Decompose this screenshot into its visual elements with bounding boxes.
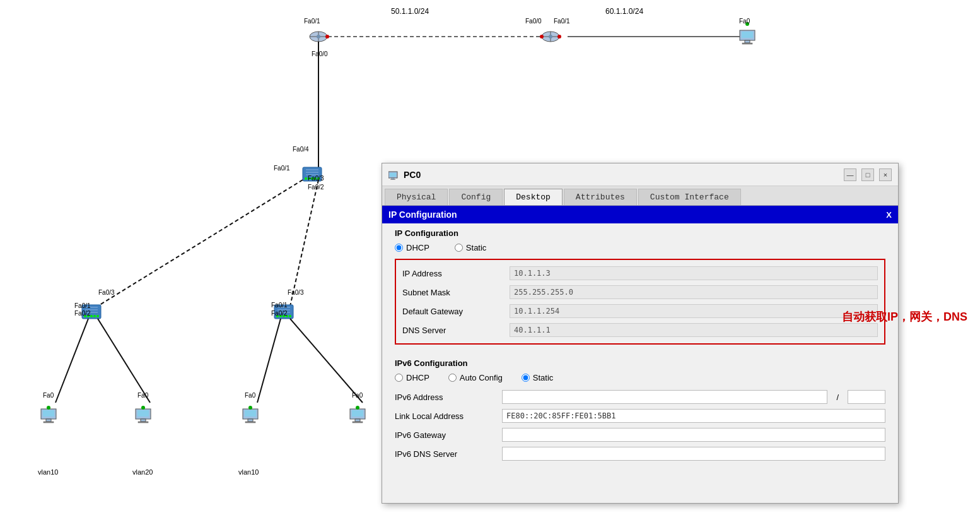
ipv6-mode-row: DHCP Auto Config Static [395,373,885,382]
svg-text:60.1.1.0/24: 60.1.1.0/24 [605,7,643,16]
svg-text:vlan20: vlan20 [132,468,153,476]
svg-point-32 [305,177,307,180]
svg-text:Fa0: Fa0 [245,392,256,399]
dns-server-input[interactable] [510,323,878,337]
ipv6-static-radio[interactable]: Static [522,373,554,382]
ipv4-mode-row: DHCP Static [395,243,885,252]
pc0-dialog-window: PC0 — □ × Physical Config Desktop Attrib… [382,163,899,504]
ipv6-autoconfig-radio-input[interactable] [448,374,457,382]
dialog-titlebar: PC0 — □ × [382,163,898,186]
ip-config-close-button[interactable]: X [886,210,892,220]
ipv6-gateway-row: IPv6 Gateway [395,425,885,444]
svg-text:Fa0/0: Fa0/0 [312,50,328,57]
svg-rect-80 [137,410,149,417]
default-gateway-row: Default Gateway [396,302,884,321]
svg-rect-17 [745,40,750,43]
tab-attributes[interactable]: Attributes [564,189,637,205]
svg-rect-92 [355,419,360,422]
svg-text:Fa0: Fa0 [352,392,363,399]
ipv6-autoconfig-label: Auto Config [460,373,503,382]
static-radio[interactable]: Static [455,243,487,252]
dns-server-label: DNS Server [402,326,503,335]
ipv6-prefix-slash: / [836,393,839,402]
ipv6-dhcp-label: DHCP [406,373,429,382]
svg-point-9 [325,35,329,38]
subnet-mask-label: Subnet Mask [402,288,503,297]
svg-rect-85 [248,419,253,422]
svg-rect-18 [742,43,752,44]
subnet-mask-input[interactable] [510,285,878,299]
dhcp-radio-input[interactable] [395,244,403,252]
svg-text:Fa0/2: Fa0/2 [74,310,91,317]
default-gateway-input[interactable] [510,304,878,318]
svg-rect-87 [245,410,256,417]
tab-bar: Physical Config Desktop Attributes Custo… [382,186,898,206]
svg-rect-73 [43,410,54,417]
svg-text:Fa0/0: Fa0/0 [525,18,542,25]
ip-address-label: IP Address [402,269,503,278]
ipv6-autoconfig-radio[interactable]: Auto Config [448,373,503,382]
dialog-title-text: PC0 [404,170,421,180]
svg-point-88 [248,406,252,410]
svg-rect-94 [352,410,363,417]
svg-text:Fa0/1: Fa0/1 [74,302,91,309]
tab-desktop[interactable]: Desktop [504,189,563,205]
ip-config-subtitle: IP Configuration [395,228,885,238]
svg-point-14 [540,35,544,38]
tab-custom-interface[interactable]: Custom Interface [638,189,741,205]
svg-point-81 [141,406,145,410]
svg-rect-71 [46,419,51,422]
link-local-label: Link Local Address [395,411,496,421]
svg-rect-19 [742,32,753,38]
ipv6-dhcp-radio[interactable]: DHCP [395,373,429,382]
default-gateway-label: Default Gateway [402,307,503,316]
ipv6-gateway-label: IPv6 Gateway [395,430,496,440]
ipv6-gateway-input[interactable] [502,428,885,442]
svg-point-8 [317,35,320,38]
svg-rect-99 [390,179,395,180]
dns-server-row: DNS Server [396,321,884,340]
svg-rect-100 [390,173,396,177]
ipv6-static-radio-input[interactable] [522,374,530,382]
svg-point-95 [356,406,359,410]
minimize-button[interactable]: — [844,168,856,181]
svg-point-48 [90,315,93,317]
ipv6-dhcp-radio-input[interactable] [395,374,403,382]
svg-rect-93 [353,422,363,423]
ipv6-dns-input[interactable] [502,447,885,461]
svg-text:Fa0/1: Fa0/1 [274,165,290,172]
close-button[interactable]: × [879,168,892,181]
svg-text:Fa0/2: Fa0/2 [271,310,288,317]
svg-point-15 [557,35,561,38]
ipv6-config-section: IPv6 Configuration DHCP Auto Config Stat… [382,356,898,466]
ipv6-address-label: IPv6 Address [395,393,496,402]
svg-text:Fa0/1: Fa0/1 [554,18,570,25]
ipv6-static-label: Static [533,373,554,382]
ipv6-address-input[interactable] [502,390,827,404]
ipv6-dns-label: IPv6 DNS Server [395,449,496,459]
maximize-button[interactable]: □ [861,168,874,181]
ipv6-prefix-input[interactable] [848,390,885,404]
svg-text:Fa0: Fa0 [43,392,54,399]
ip-config-header-label: IP Configuration [388,210,457,220]
svg-text:Fa0/1: Fa0/1 [271,302,288,309]
svg-point-49 [93,315,96,317]
ipv6-dns-row: IPv6 DNS Server [395,444,885,463]
link-local-input[interactable] [502,409,885,423]
pc-title-icon [388,170,400,180]
svg-text:Fa0/3: Fa0/3 [308,175,324,182]
ipv6-address-row: IPv6 Address / [395,387,885,406]
svg-rect-79 [138,422,148,423]
svg-text:Fa0/3: Fa0/3 [98,289,115,296]
dhcp-radio[interactable]: DHCP [395,243,429,252]
svg-text:vlan10: vlan10 [238,468,259,476]
ip-address-input[interactable] [510,266,878,280]
ipv4-fields-box: IP Address Subnet Mask Default Gateway D… [395,259,885,345]
tab-config[interactable]: Config [449,189,503,205]
dhcp-label: DHCP [406,243,429,252]
svg-text:Fa0/4: Fa0/4 [293,146,309,153]
ipv4-config-section: IP Configuration DHCP Static IP Address [382,223,898,356]
svg-rect-86 [245,422,255,423]
static-radio-input[interactable] [455,244,463,252]
tab-physical[interactable]: Physical [385,189,448,205]
